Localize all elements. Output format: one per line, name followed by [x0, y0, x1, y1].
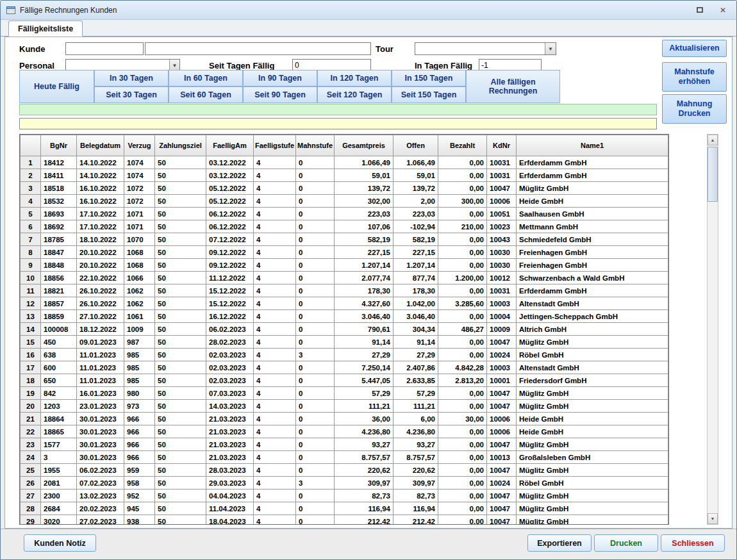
cell-kdnr[interactable]: 10047	[487, 502, 517, 515]
cell-offen[interactable]: 2.633,85	[393, 374, 438, 387]
in-150-tagen-button[interactable]: In 150 Tagen	[392, 70, 466, 86]
cell-faelligam[interactable]: 07.03.2023	[206, 387, 254, 400]
cell-faelligam[interactable]: 05.12.2022	[206, 195, 254, 208]
cell-faelligstufe[interactable]: 4	[254, 284, 296, 297]
cell-faelligam[interactable]: 03.12.2022	[206, 169, 254, 182]
cell-mahnstufe[interactable]: 0	[296, 259, 335, 272]
cell-offen[interactable]: 1.207,14	[393, 259, 438, 272]
cell-bezahlt[interactable]: 0,00	[438, 233, 487, 246]
cell-kdnr[interactable]: 10047	[487, 438, 517, 451]
cell-bgnr[interactable]: 18412	[41, 156, 77, 169]
cell-kdnr[interactable]: 10031	[487, 169, 517, 182]
mahnung-drucken-button[interactable]: Mahnung Drucken	[662, 94, 727, 124]
cell-gesamtpreis[interactable]: 4.327,60	[335, 297, 393, 310]
cell-offen[interactable]: 8.757,57	[393, 451, 438, 464]
cell-faelligam[interactable]: 07.12.2022	[206, 233, 254, 246]
in-30-tagen-button[interactable]: In 30 Tagen	[94, 70, 169, 86]
cell-belegdatum[interactable]: 20.10.2022	[77, 246, 124, 259]
row-selector[interactable]: 20	[21, 400, 41, 413]
cell-faelligam[interactable]: 15.12.2022	[206, 284, 254, 297]
cell-kdnr[interactable]: 10024	[487, 349, 517, 361]
mahnstufe-erhoehen-button[interactable]: Mahnstufe erhöhen	[662, 62, 727, 92]
row-selector[interactable]: 3	[21, 182, 41, 195]
row-selector[interactable]: 1	[21, 156, 41, 169]
row-selector[interactable]: 25	[21, 464, 41, 477]
cell-faelligstufe[interactable]: 4	[254, 477, 296, 490]
cell-belegdatum[interactable]: 11.01.2023	[77, 349, 124, 361]
row-selector[interactable]: 5	[21, 208, 41, 220]
cell-mahnstufe[interactable]: 0	[296, 323, 335, 336]
cell-mahnstufe[interactable]: 0	[296, 336, 335, 349]
table-row[interactable]: 71878518.10.202210705007.12.202240582,19…	[21, 233, 668, 246]
row-selector[interactable]: 21	[21, 413, 41, 425]
column-header-verzug[interactable]: Verzug	[124, 135, 155, 156]
cell-gesamtpreis[interactable]: 5.447,05	[335, 374, 393, 387]
table-row[interactable]: 101885622.10.202210665011.12.2022402.077…	[21, 272, 668, 284]
cell-mahnstufe[interactable]: 0	[296, 374, 335, 387]
cell-bgnr[interactable]: 18848	[41, 259, 77, 272]
cell-kdnr[interactable]: 10030	[487, 259, 517, 272]
column-header-faelligam[interactable]: FaelligAm	[206, 135, 254, 156]
cell-name1[interactable]: Freienhagen GmbH	[517, 246, 668, 259]
cell-offen[interactable]: 139,72	[393, 182, 438, 195]
table-row[interactable]: 121885726.10.202210625015.12.2022404.327…	[21, 297, 668, 310]
cell-offen[interactable]: 178,30	[393, 284, 438, 297]
scroll-up-icon[interactable]: ▲	[708, 135, 718, 145]
cell-faelligstufe[interactable]: 4	[254, 374, 296, 387]
cell-gesamtpreis[interactable]: 91,14	[335, 336, 393, 349]
cell-kdnr[interactable]: 10012	[487, 272, 517, 284]
row-selector[interactable]: 2	[21, 169, 41, 182]
cell-bezahlt[interactable]: 210,00	[438, 220, 487, 233]
cell-belegdatum[interactable]: 30.01.2023	[77, 413, 124, 425]
cell-name1[interactable]: Erfderdamm GmbH	[517, 284, 668, 297]
cell-kdnr[interactable]: 10003	[487, 361, 517, 374]
cell-verzug[interactable]: 966	[124, 425, 155, 438]
cell-bezahlt[interactable]: 0,00	[438, 259, 487, 272]
cell-zahlungsziel[interactable]: 50	[155, 374, 206, 387]
table-vscrollbar[interactable]: ▲ ▼	[707, 134, 718, 525]
seit-90-tagen-button[interactable]: Seit 90 Tagen	[243, 86, 317, 103]
row-selector[interactable]: 14	[21, 323, 41, 336]
restore-button[interactable]	[691, 4, 708, 17]
cell-bgnr[interactable]: 18532	[41, 195, 77, 208]
cell-mahnstufe[interactable]: 0	[296, 208, 335, 220]
cell-kdnr[interactable]: 10003	[487, 297, 517, 310]
cell-gesamtpreis[interactable]: 93,27	[335, 438, 393, 451]
cell-zahlungsziel[interactable]: 50	[155, 361, 206, 374]
cell-bgnr[interactable]: 18857	[41, 297, 77, 310]
table-row[interactable]: 1410000818.12.202210095006.02.202340790,…	[21, 323, 668, 336]
cell-bgnr[interactable]: 18865	[41, 425, 77, 438]
cell-kdnr[interactable]: 10047	[487, 182, 517, 195]
cell-bezahlt[interactable]: 0,00	[438, 208, 487, 220]
cell-faelligam[interactable]: 28.03.2023	[206, 464, 254, 477]
cell-bgnr[interactable]: 18847	[41, 246, 77, 259]
table-row[interactable]: 131885927.10.202210615016.12.2022403.046…	[21, 310, 668, 323]
cell-zahlungsziel[interactable]: 50	[155, 336, 206, 349]
cell-gesamtpreis[interactable]: 139,72	[335, 182, 393, 195]
cell-verzug[interactable]: 1009	[124, 323, 155, 336]
cell-bgnr[interactable]: 3	[41, 451, 77, 464]
cell-bezahlt[interactable]: 486,27	[438, 323, 487, 336]
cell-mahnstufe[interactable]: 0	[296, 464, 335, 477]
cell-gesamtpreis[interactable]: 57,29	[335, 387, 393, 400]
cell-name1[interactable]: Müglitz GmbH	[517, 490, 668, 502]
cell-faelligam[interactable]: 29.03.2023	[206, 477, 254, 490]
cell-belegdatum[interactable]: 27.02.2023	[77, 515, 124, 525]
row-selector[interactable]: 15	[21, 336, 41, 349]
cell-bgnr[interactable]: 18411	[41, 169, 77, 182]
kunde-name-input[interactable]	[145, 42, 371, 55]
cell-bezahlt[interactable]: 0,00	[438, 246, 487, 259]
scrollbar-thumb[interactable]	[708, 147, 718, 202]
cell-name1[interactable]: Schwarzenbach a Wald GmbH	[517, 272, 668, 284]
cell-bezahlt[interactable]: 2.813,20	[438, 374, 487, 387]
cell-name1[interactable]: Müglitz GmbH	[517, 400, 668, 413]
row-selector[interactable]: 28	[21, 502, 41, 515]
cell-belegdatum[interactable]: 06.02.2023	[77, 464, 124, 477]
cell-faelligstufe[interactable]: 4	[254, 182, 296, 195]
cell-belegdatum[interactable]: 30.01.2023	[77, 438, 124, 451]
cell-gesamtpreis[interactable]: 3.046,40	[335, 310, 393, 323]
cell-verzug[interactable]: 1062	[124, 297, 155, 310]
cell-verzug[interactable]: 938	[124, 515, 155, 525]
row-selector[interactable]: 24	[21, 451, 41, 464]
cell-name1[interactable]: Erfderdamm GmbH	[517, 156, 668, 169]
